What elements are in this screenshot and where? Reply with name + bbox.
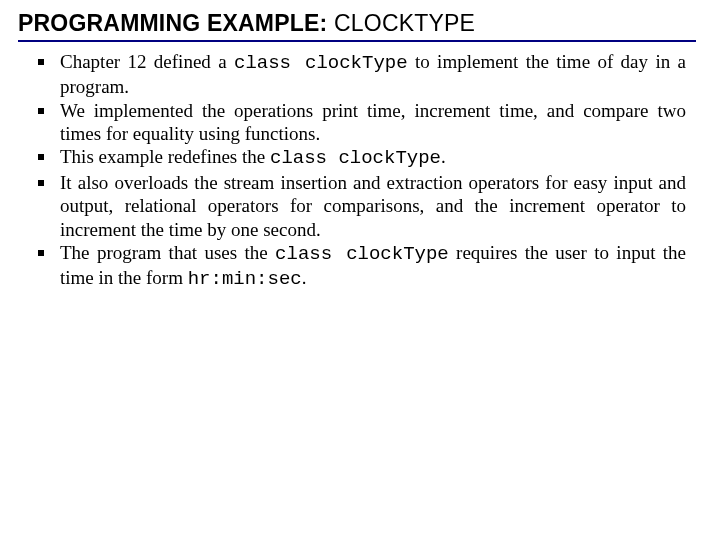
code: class clockType (275, 243, 449, 265)
title-plain: CLOCKTYPE (334, 10, 475, 36)
list-item: It also overloads the stream insertion a… (38, 171, 686, 241)
slide: PROGRAMMING EXAMPLE: CLOCKTYPE Chapter 1… (0, 0, 720, 540)
text: This example redefines the (60, 146, 270, 167)
code: class clockType (270, 147, 441, 169)
text: It also overloads the stream insertion a… (60, 172, 686, 240)
code: class clockType (234, 52, 408, 74)
code: hr:min:sec (188, 268, 302, 290)
title-bold: PROGRAMMING EXAMPLE: (18, 10, 334, 36)
text: We implemented the operations print time… (60, 100, 686, 144)
list-item: The program that uses the class clockTyp… (38, 241, 686, 292)
text: . (302, 267, 307, 288)
list-item: This example redefines the class clockTy… (38, 145, 686, 170)
text: The program that uses the (60, 242, 275, 263)
list-item: Chapter 12 defined a class clockType to … (38, 50, 686, 99)
bullet-list: Chapter 12 defined a class clockType to … (18, 50, 696, 292)
list-item: We implemented the operations print time… (38, 99, 686, 146)
text: Chapter 12 defined a (60, 51, 234, 72)
slide-title: PROGRAMMING EXAMPLE: CLOCKTYPE (18, 10, 696, 42)
text: . (441, 146, 446, 167)
